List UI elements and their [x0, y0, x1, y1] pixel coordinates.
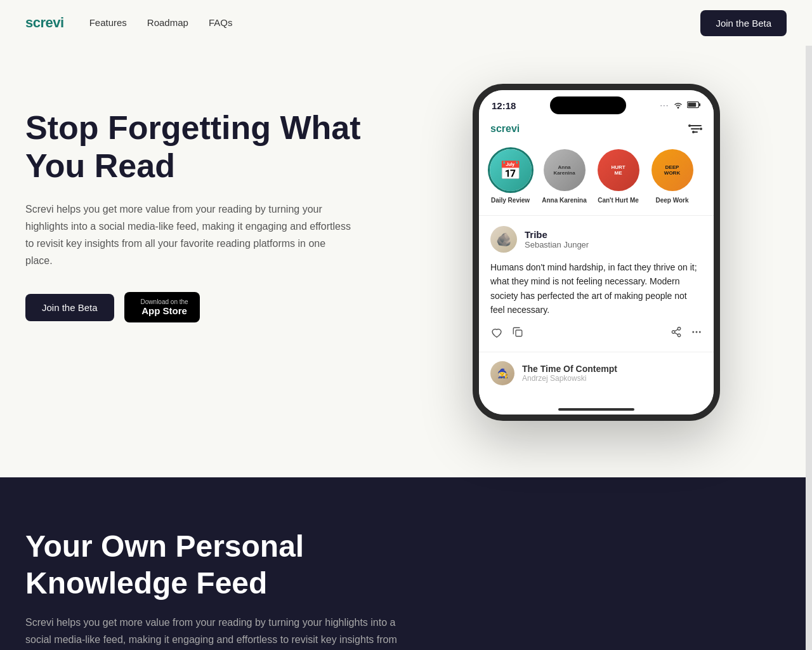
appstore-button[interactable]: Download on the App Store [124, 292, 200, 322]
heart-icon[interactable] [490, 326, 503, 340]
book-shelf: 📅 Daily Review AnnaKarenina Anna Karenin… [479, 141, 714, 214]
section2-title: Your Own Personal Knowledge Feed [25, 528, 406, 601]
feed-card-contempt: 🧙 The Time Of Contempt Andrzej Sapkowski [479, 352, 714, 394]
appstore-label-small: Download on the [141, 298, 188, 305]
app-logo: screvi [490, 123, 520, 135]
copy-icon[interactable] [512, 326, 523, 340]
card-quote: Humans don't mind hardship, in fact they… [490, 260, 702, 317]
svg-rect-9 [516, 330, 522, 336]
app-header: screvi [479, 117, 714, 141]
book-title-cant: Can't Hurt Me [598, 197, 639, 204]
book-cover-deep: DEEPWORK [650, 147, 695, 193]
svg-point-8 [692, 131, 695, 133]
book-cover-daily: 📅 [488, 147, 534, 193]
appstore-label-main: App Store [141, 305, 188, 316]
book-item-cant-hurt-me[interactable]: HURTME Can't Hurt Me [594, 147, 642, 204]
svg-line-13 [674, 333, 678, 335]
card-header: 🪨 Tribe Sebastian Junger [490, 226, 702, 253]
svg-point-6 [688, 124, 691, 127]
anna-cover-art: AnnaKarenina [544, 149, 586, 191]
more-icon[interactable] [691, 326, 702, 340]
book-avatar-tribe: 🪨 [490, 226, 517, 253]
card-book-author: Sebastian Junger [525, 240, 589, 249]
card-book-name: Tribe [525, 229, 589, 240]
peek-info: The Time Of Contempt Andrzej Sapkowski [522, 364, 617, 383]
cant-cover-art: HURTME [598, 149, 639, 191]
phone-bottom [479, 395, 714, 415]
svg-point-11 [672, 330, 675, 333]
phone-mockup: 12:18 ··· [473, 84, 720, 421]
phone-notch [550, 96, 626, 114]
peek-book-subtitle: Andrzej Sapkowski [522, 374, 617, 383]
book-title-anna: Anna Karenina [542, 197, 587, 204]
nav-link-features[interactable]: Features [89, 17, 127, 28]
card-book-info: Tribe Sebastian Junger [525, 229, 589, 249]
navbar: screvi Features Roadmap FAQs Join the Be… [0, 0, 812, 46]
book-item-daily-review[interactable]: 📅 Daily Review [487, 147, 534, 204]
book-item-anna[interactable]: AnnaKarenina Anna Karenina [540, 147, 588, 204]
signal-dots-icon: ··· [660, 102, 669, 109]
hero-section: Stop Forgetting What You Read Screvi hel… [0, 46, 812, 477]
svg-point-17 [699, 331, 701, 333]
share-icon[interactable] [671, 326, 682, 340]
svg-line-14 [674, 329, 678, 331]
battery-icon [687, 101, 701, 110]
nav-link-faqs[interactable]: FAQs [209, 17, 233, 28]
svg-point-15 [692, 331, 694, 333]
daily-cover-art: 📅 [490, 149, 532, 191]
book-title-deep: Deep Work [655, 197, 688, 204]
nav-links: Features Roadmap FAQs [89, 17, 233, 29]
svg-point-16 [696, 331, 698, 333]
nav-link-roadmap[interactable]: Roadmap [147, 17, 188, 28]
deep-cover-art: DEEPWORK [652, 149, 693, 191]
card-actions [490, 326, 702, 340]
brand-logo[interactable]: screvi [25, 15, 64, 31]
book-cover-cant: HURTME [596, 147, 641, 193]
book-cover-anna: AnnaKarenina [542, 147, 587, 193]
svg-rect-2 [688, 102, 696, 106]
section2-description: Screvi helps you get more value from you… [25, 614, 406, 650]
nav-cta-area: Join the Beta [700, 10, 787, 36]
book-avatar-contempt: 🧙 [490, 361, 514, 385]
phone-status-bar: 12:18 ··· [479, 90, 714, 117]
svg-point-10 [678, 327, 681, 330]
phone-time: 12:18 [492, 100, 516, 111]
section-knowledge-feed: Your Own Personal Knowledge Feed Screvi … [0, 477, 812, 650]
book-title-daily: Daily Review [491, 197, 530, 204]
feed-card-tribe: 🪨 Tribe Sebastian Junger Humans don't mi… [479, 215, 714, 350]
hero-join-button[interactable]: Join the Beta [25, 294, 114, 321]
filter-icon[interactable] [688, 123, 702, 135]
hero-text: Stop Forgetting What You Read Screvi hel… [25, 84, 406, 322]
hero-description: Screvi helps you get more value from you… [25, 201, 355, 270]
wifi-icon [673, 101, 683, 110]
phone-status-icons: ··· [660, 101, 701, 110]
svg-point-12 [678, 334, 681, 337]
svg-point-7 [700, 128, 702, 130]
nav-join-button[interactable]: Join the Beta [700, 10, 787, 36]
hero-title: Stop Forgetting What You Read [25, 109, 406, 185]
book-item-deep-work[interactable]: DEEPWORK Deep Work [648, 147, 696, 204]
hero-buttons: Join the Beta Download on the App Store [25, 292, 406, 322]
svg-rect-1 [698, 103, 700, 106]
peek-book-title: The Time Of Contempt [522, 364, 617, 374]
home-indicator [558, 408, 634, 411]
hero-phone: 12:18 ··· [406, 84, 787, 421]
page-scrollbar[interactable] [806, 0, 812, 650]
